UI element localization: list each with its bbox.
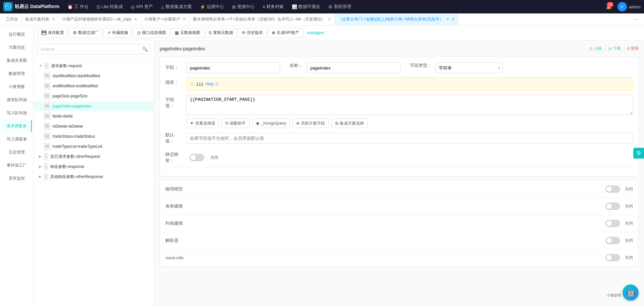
tree-area: ▼ □ 请求参数-request Str startModified-start… [34, 58, 154, 306]
nav-dataviz[interactable]: 📊 数据可视化 [288, 0, 324, 13]
physical-model-toggle[interactable] [605, 185, 620, 193]
move-down-button[interactable]: ⊙ 下移 [608, 46, 621, 51]
close-icon[interactable]: ✕ [328, 17, 331, 21]
tab-xiaoman-customer[interactable]: 小满客户->全碟客户 ✕ [141, 14, 190, 25]
tab-xiaoman-product[interactable]: 小满产品对接领猫样衣测试2---ok_copy ✕ [59, 14, 141, 25]
meta-icon: ▦ [175, 30, 179, 35]
tree-node-label: tradeStatus-tradeStatus [53, 133, 95, 140]
static-map-toggle[interactable] [190, 154, 204, 161]
field-input[interactable] [186, 62, 280, 73]
toggle-knob [606, 186, 612, 192]
tree-node-tradetypelist[interactable]: Str tradeTypeList-tradeTypeList [34, 141, 154, 151]
interface-view-button[interactable]: ◷ 接口信息视图 [133, 28, 170, 38]
solution-select-button[interactable]: ⊞ 集成方案选择 [331, 119, 368, 128]
meta-view-button[interactable]: ▦ 元数据视图 [171, 28, 204, 38]
mongo-query-button[interactable]: ◉ _mongoQuery [252, 119, 290, 128]
close-icon[interactable]: ✕ [52, 17, 55, 21]
type-select[interactable]: 字符串 整数 布尔值 数组 [436, 62, 503, 73]
nav-datasolution[interactable]: △ 数据集成方案 [158, 0, 195, 13]
more-info-row[interactable]: more info 关闭 [160, 249, 638, 266]
help-link[interactable]: Help [206, 82, 214, 86]
nav-api[interactable]: ◎ API 资产 [127, 0, 156, 13]
tree-node-startmodified[interactable]: Str startModified-startModified [34, 71, 154, 81]
copy-desc-icon[interactable]: ⎘ [216, 82, 218, 87]
tree-node-otherrequest[interactable]: ▶ □ 其它请求参数-otherRequest [34, 151, 154, 162]
default-value-input[interactable] [186, 133, 633, 143]
sidebar-item-solutioninfo[interactable]: 方案信息 [2, 41, 32, 54]
tree-node-pagesize[interactable]: Str pageSize-pageSize [34, 91, 154, 101]
nav-resource[interactable]: ⊞ 资源中心 [229, 0, 258, 13]
tree-node-otherresponse[interactable]: ▶ □ 其他响应参数-otherResponse [34, 172, 154, 182]
sidebar-item-writequeue[interactable]: 写入队列池 [2, 107, 32, 119]
form-build-label: 表单建模 [165, 203, 605, 209]
sidebar-item-logmanage[interactable]: 日志管理 [2, 146, 32, 159]
tree-node-pageindex[interactable]: Str pageIndex-pageIndex [34, 101, 154, 111]
related-field-button[interactable]: ⊕ 关联方案字段 [292, 119, 329, 128]
tree-node-fields[interactable]: Str fields-fields [34, 111, 154, 121]
sidebar-item-xiaoqing[interactable]: 小青查数 [2, 81, 32, 93]
sidebar-item-eventfactory[interactable]: 事件加工厂 [2, 159, 32, 172]
save-config-button[interactable]: 💾 保存配置 [38, 28, 68, 38]
parser-row[interactable]: 解析器 关闭 [160, 232, 638, 249]
more-info-toggle[interactable] [605, 254, 620, 261]
chatbot-button[interactable]: 🤖 [623, 285, 639, 301]
str-type-tag: Str [44, 102, 51, 110]
nav-workbench[interactable]: ⏰ 工 作台 [64, 0, 92, 13]
sidebar-item-overview[interactable]: 运行概况 [2, 28, 32, 41]
user-avatar-button[interactable]: A admin [618, 2, 641, 11]
list-build-toggle[interactable] [605, 220, 620, 227]
name-input[interactable] [307, 62, 400, 73]
data-filter-button[interactable]: ⚙ 数据过滤厂 [69, 28, 102, 38]
more-info-right: 关闭 [605, 254, 633, 261]
nav-sysadmin[interactable]: ⚙ 系统管理 [325, 0, 355, 13]
sidebar-item-requestscheduler[interactable]: 请求调度者 [2, 120, 32, 132]
search-icon[interactable]: 🔍 [142, 46, 148, 52]
intelligent-tab[interactable]: intelligent [304, 31, 327, 35]
tree-node-response[interactable]: ▶ □ 响应参数-response [34, 162, 154, 172]
tree-node-endmodified[interactable]: Str endModified-endModified [34, 81, 154, 91]
field-label: 字段： [165, 62, 182, 71]
nav-lite[interactable]: ⊡ Lite 轻集成 [93, 0, 126, 13]
value-textarea[interactable]: {{PAGINATION_START_PAGE}} [186, 95, 633, 115]
tab-workbench[interactable]: 工作台 [3, 14, 22, 25]
tree-node-request[interactable]: ▼ □ 请求参数-request [34, 61, 154, 71]
tab-jushui-warehouse[interactable]: 聚水灌销售出库单-->T+其他出库单（店铺为0）合并写入--ikk（开发测试） … [190, 14, 335, 25]
list-build-row[interactable]: 列表建模 关闭 [160, 215, 638, 232]
refresh-icon[interactable]: ↺ [451, 17, 454, 22]
history-version-button[interactable]: ⟳ 历史版本 [238, 28, 267, 38]
content-area: 💾 保存配置 ⚙ 数据过滤厂 ↗ 补漏措施 ◷ 接口信息视图 ▦ 元数据视图 ⎘ [34, 26, 644, 306]
tree-node-isdelete[interactable]: Str isDelete-isDelete [34, 121, 154, 131]
tab-solutions-list[interactable]: 集成方案列表 ✕ [22, 14, 59, 25]
sidebar-item-requestqueue[interactable]: 请求队列池 [2, 94, 32, 106]
toggle-off-text: 关闭 [625, 221, 633, 226]
tab-more-button[interactable]: ⋯ [632, 17, 641, 22]
move-up-button[interactable]: ⊙ 上移 [589, 46, 602, 51]
close-icon[interactable]: ✕ [134, 17, 137, 21]
parser-toggle[interactable] [605, 237, 620, 244]
sidebar-item-integrationmap[interactable]: 集成关系图 [2, 54, 32, 67]
logo[interactable]: 轻易云 DataPlatform [3, 2, 59, 11]
settings-gear-button[interactable]: ⚙ [633, 148, 644, 159]
sidebar-item-writescheduler[interactable]: 写入调度者 [2, 133, 32, 145]
physical-model-row[interactable]: 物理模型 关闭 [160, 181, 638, 198]
sidebar-item-anomalymonitor[interactable]: 异常监控 [2, 172, 32, 185]
expand-arrow-icon: ▶ [39, 163, 42, 170]
search-input[interactable] [37, 44, 151, 54]
supplement-button[interactable]: ↗ 补漏措施 [103, 28, 132, 38]
function-helper-button[interactable]: fx 函数助手 [222, 119, 250, 128]
sidebar-item-datamanage[interactable]: 数据管理 [2, 68, 32, 80]
form-build-toggle[interactable] [605, 203, 620, 210]
close-icon[interactable]: ✕ [183, 17, 186, 21]
copy-meta-button[interactable]: ⎘ 复制元数据 [205, 28, 237, 38]
gen-api-button[interactable]: ⊕ 生成API资产 [268, 28, 303, 38]
form-build-row[interactable]: 表单建模 关闭 [160, 198, 638, 215]
desc-row: 描述： ⚠ 111 Help ⎘ [165, 77, 633, 91]
copy-field-button[interactable]: ⎘ 复制 [627, 46, 639, 51]
close-icon[interactable]: ✕ [446, 17, 449, 21]
variable-selector-button[interactable]: ▼ 变量选择器 [186, 119, 219, 128]
nav-ops[interactable]: ⚡ 运维中心 [197, 0, 227, 13]
nav-finance[interactable]: ≡ 财务对账 [259, 0, 287, 13]
notification-button[interactable]: 🔔 10 [603, 1, 614, 12]
tree-node-tradestatus[interactable]: Str tradeStatus-tradeStatus [34, 131, 154, 141]
tab-jike-sale[interactable]: （吉客云奇门->金蝶)(线上)销售订单->销售出库单(无批号） ✕ ↺ [335, 14, 458, 25]
